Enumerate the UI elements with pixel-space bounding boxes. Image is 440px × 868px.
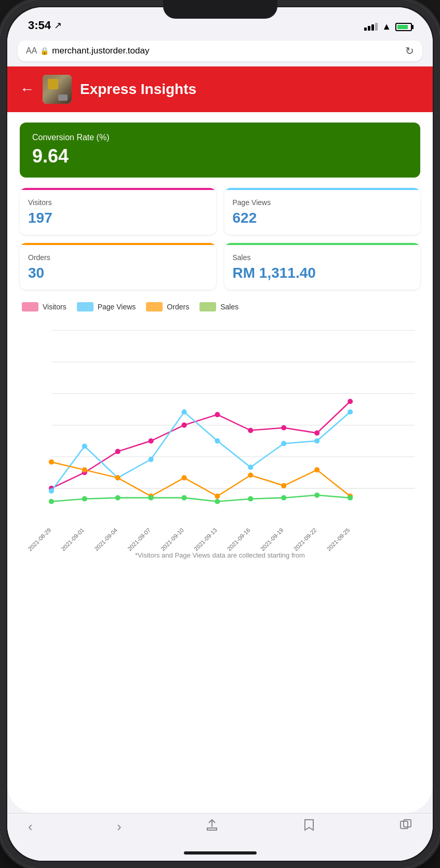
bookmarks-button[interactable] xyxy=(303,819,315,835)
legend-visitors-color xyxy=(22,302,38,311)
footer-note: *Visitors and Page Views data are collec… xyxy=(20,543,420,563)
sales-card: Sales RM 1,311.40 xyxy=(224,243,421,290)
svg-point-21 xyxy=(215,438,220,443)
back-button[interactable]: ← xyxy=(20,81,34,98)
refresh-icon[interactable]: ↻ xyxy=(405,45,414,57)
svg-point-34 xyxy=(314,467,319,472)
svg-point-22 xyxy=(248,465,253,470)
svg-point-44 xyxy=(314,493,319,498)
visitors-value: 197 xyxy=(28,210,208,226)
legend-pageviews: Page Views xyxy=(77,302,136,311)
svg-point-12 xyxy=(248,428,253,433)
status-time: 3:54 xyxy=(28,19,51,32)
browser-bar: AA 🔒 merchant.justorder.today ↻ xyxy=(7,36,433,66)
legend-visitors-label: Visitors xyxy=(43,303,66,311)
notch xyxy=(163,0,277,19)
conversion-value: 9.64 xyxy=(32,145,408,167)
url-bar[interactable]: AA 🔒 merchant.justorder.today ↻ xyxy=(18,40,422,61)
visitors-label: Visitors xyxy=(28,198,208,207)
browser-forward-button[interactable]: › xyxy=(117,819,122,835)
browser-toolbar: ‹ › xyxy=(7,813,433,845)
svg-point-38 xyxy=(115,495,121,500)
conversion-rate-card: Conversion Rate (%) 9.64 xyxy=(20,123,420,178)
legend-visitors: Visitors xyxy=(22,302,66,311)
svg-point-17 xyxy=(82,443,87,449)
visitors-card: Visitors 197 xyxy=(20,188,216,235)
signal-bars xyxy=(364,23,378,31)
legend-sales-color xyxy=(199,302,216,311)
sales-prefix: RM xyxy=(233,265,256,281)
status-icons: ▲ xyxy=(364,21,412,32)
svg-point-9 xyxy=(149,438,154,443)
svg-point-26 xyxy=(49,459,54,465)
svg-point-25 xyxy=(348,409,353,414)
app-header: ← Express Insights xyxy=(7,66,433,112)
legend-orders: Orders xyxy=(146,302,189,311)
svg-point-45 xyxy=(348,495,353,500)
svg-point-40 xyxy=(181,495,186,500)
svg-point-32 xyxy=(248,472,253,478)
browser-back-button[interactable]: ‹ xyxy=(28,819,33,835)
svg-point-30 xyxy=(181,475,186,480)
legend-pageviews-label: Page Views xyxy=(98,303,136,311)
pageviews-label: Page Views xyxy=(233,198,412,207)
svg-point-37 xyxy=(82,496,87,501)
pageviews-card: Page Views 622 xyxy=(224,188,421,235)
main-content: Conversion Rate (%) 9.64 Visitors 197 Pa… xyxy=(7,112,433,574)
legend-pageviews-color xyxy=(77,302,94,311)
svg-point-24 xyxy=(314,438,319,443)
sales-amount: 1,311.40 xyxy=(259,265,316,281)
svg-point-43 xyxy=(281,495,286,500)
svg-point-11 xyxy=(215,412,220,417)
battery-icon xyxy=(395,23,412,31)
svg-point-8 xyxy=(115,449,121,454)
orders-card: Orders 30 xyxy=(20,243,216,290)
aa-button[interactable]: AA xyxy=(26,46,37,56)
sales-label: Sales xyxy=(233,253,412,262)
location-icon: ↗ xyxy=(54,20,62,31)
svg-point-41 xyxy=(215,499,220,504)
svg-point-27 xyxy=(82,467,87,472)
home-indicator xyxy=(7,845,433,861)
svg-point-14 xyxy=(314,430,319,436)
legend-sales: Sales xyxy=(199,302,238,311)
stats-grid: Visitors 197 Page Views 622 Orders 30 Sa… xyxy=(20,188,420,290)
share-button[interactable] xyxy=(206,819,218,835)
svg-point-10 xyxy=(181,423,186,428)
svg-point-13 xyxy=(281,425,286,430)
page-title: Express Insights xyxy=(80,81,196,98)
sales-value: RM 1,311.40 xyxy=(233,265,412,281)
svg-point-33 xyxy=(281,483,286,488)
legend-orders-color xyxy=(146,302,163,311)
orders-value: 30 xyxy=(28,265,208,281)
wifi-icon: ▲ xyxy=(382,21,391,32)
tabs-button[interactable] xyxy=(399,819,412,835)
conversion-label: Conversion Rate (%) xyxy=(32,133,408,142)
svg-point-28 xyxy=(115,475,121,480)
line-chart: 2021-08-29 2021-09-01 2021-09-04 2021-09… xyxy=(20,320,420,541)
url-text: merchant.justorder.today xyxy=(52,46,149,56)
svg-point-20 xyxy=(181,409,186,414)
svg-point-16 xyxy=(49,489,54,494)
chart-legend: Visitors Page Views Orders Sales xyxy=(20,302,420,311)
legend-sales-label: Sales xyxy=(220,303,238,311)
app-content: ← Express Insights Conversion Rate (%) 9… xyxy=(7,66,433,813)
pageviews-value: 622 xyxy=(233,210,412,226)
svg-point-31 xyxy=(215,494,220,499)
svg-point-39 xyxy=(149,495,154,500)
svg-point-19 xyxy=(149,457,154,462)
svg-point-23 xyxy=(281,441,286,446)
svg-point-42 xyxy=(248,496,253,501)
svg-point-15 xyxy=(348,399,353,404)
lock-icon: 🔒 xyxy=(40,47,49,55)
svg-point-36 xyxy=(49,499,54,504)
orders-label: Orders xyxy=(28,253,208,262)
chart-container: 2021-08-29 2021-09-01 2021-09-04 2021-09… xyxy=(18,320,422,543)
phone-frame: 3:54 ↗ ▲ AA 🔒 xyxy=(0,0,440,868)
legend-orders-label: Orders xyxy=(167,303,189,311)
shop-thumbnail xyxy=(43,75,72,104)
screen: 3:54 ↗ ▲ AA 🔒 xyxy=(7,7,433,861)
